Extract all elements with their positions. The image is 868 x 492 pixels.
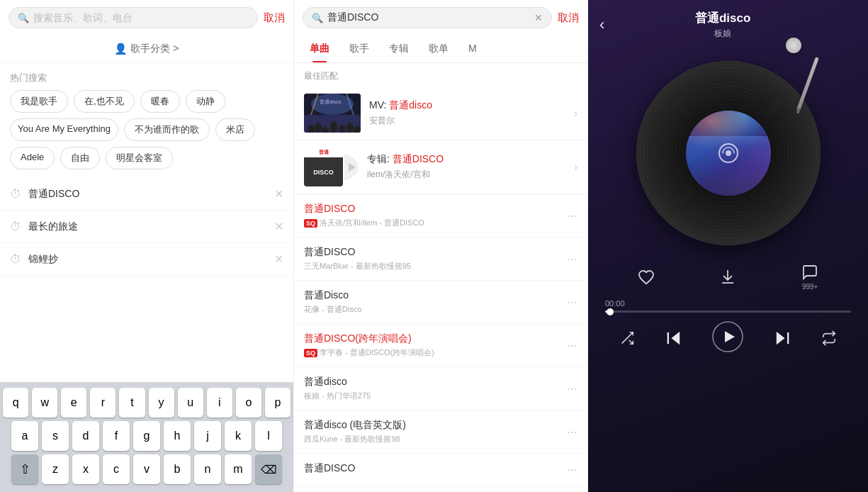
more-icon[interactable]: ··· (567, 338, 577, 353)
cancel-button-panel1[interactable]: 取消 (264, 11, 285, 25)
key-y[interactable]: y (149, 388, 174, 418)
hot-tag[interactable]: 自由 (60, 147, 100, 169)
hot-tag[interactable]: 暖春 (140, 90, 180, 113)
key-e[interactable]: e (61, 388, 86, 418)
more-icon[interactable]: ··· (567, 208, 577, 223)
key-shift[interactable]: ⇧ (11, 454, 38, 484)
hot-tag[interactable]: You Are My Everything (10, 118, 118, 141)
key-h[interactable]: h (164, 421, 191, 451)
tab-more[interactable]: M (458, 35, 487, 62)
key-n[interactable]: n (194, 454, 221, 484)
mv-result[interactable]: 普通disco MV: 普通disco 安普尔 › (294, 86, 587, 140)
mv-thumbnail: 普通disco (304, 94, 361, 133)
song-result[interactable]: 普通Disco 花像 - 普通Disco ··· (294, 281, 587, 324)
hot-tag[interactable]: 米店 (215, 118, 255, 141)
key-u[interactable]: u (178, 388, 203, 418)
song-result[interactable]: 普通disco (电音英文版) 西瓜Kune - 最新热歌慢摇98 ··· (294, 410, 587, 454)
history-item[interactable]: ⏱ 锦鲤抄 ✕ (0, 243, 293, 276)
key-a[interactable]: a (11, 421, 38, 451)
back-button[interactable]: ‹ (599, 16, 604, 34)
key-d[interactable]: d (72, 421, 99, 451)
download-button[interactable] (719, 269, 736, 286)
shuffle-button[interactable] (619, 330, 635, 350)
key-b[interactable]: b (164, 454, 191, 484)
tab-artist[interactable]: 歌手 (339, 35, 379, 62)
progress-dot[interactable] (607, 308, 614, 315)
clear-icon[interactable]: ✕ (534, 12, 543, 23)
repeat-button[interactable] (821, 330, 837, 350)
progress-bar-wrap: 00:00 (605, 299, 851, 313)
key-w[interactable]: w (32, 388, 57, 418)
comment-count: 999+ (802, 283, 818, 291)
song-result[interactable]: 普通disco 板娘 - 热门华语275 ··· (294, 367, 587, 410)
results-scroll[interactable]: 最佳匹配 (294, 63, 587, 492)
panel-search-suggestion: 🔍 取消 👤 歌手分类 > 热门搜索 我是歌手 在,也不见 暖春 动静 You … (0, 0, 294, 492)
artist-category-label[interactable]: 歌手分类 > (130, 43, 179, 55)
key-p[interactable]: p (265, 388, 291, 418)
key-j[interactable]: j (194, 421, 221, 451)
tab-playlist[interactable]: 歌单 (419, 35, 458, 62)
history-close-icon[interactable]: ✕ (274, 220, 283, 233)
key-t[interactable]: t (119, 388, 145, 418)
key-s[interactable]: s (42, 421, 69, 451)
mv-title-prefix: MV: (369, 99, 389, 111)
svg-marker-18 (671, 332, 680, 345)
cancel-button-panel2[interactable]: 取消 (558, 11, 579, 25)
key-x[interactable]: x (72, 454, 99, 484)
more-icon[interactable]: ··· (567, 295, 577, 310)
search-input-wrap-panel2[interactable]: 🔍 ✕ (303, 7, 552, 28)
hot-tag[interactable]: 动静 (186, 90, 225, 113)
key-c[interactable]: c (103, 454, 130, 484)
song-result[interactable]: 普通DISCO SQ 洛天依/宫和/ilem - 普通DISCO ··· (294, 194, 587, 237)
key-o[interactable]: o (236, 388, 261, 418)
album-result[interactable]: 普通 DISCO 专辑: 普通DISCO ilem/洛天依/宫和 › (294, 140, 587, 194)
more-icon[interactable]: ··· (567, 462, 577, 477)
more-icon[interactable]: ··· (567, 252, 577, 267)
key-m[interactable]: m (225, 454, 252, 484)
tab-album[interactable]: 专辑 (379, 35, 419, 62)
more-icon[interactable]: ··· (567, 381, 577, 396)
song-result[interactable]: 普通DISCO ··· (294, 454, 587, 486)
next-button[interactable] (772, 328, 792, 352)
song-info: 普通disco (电音英文版) 西瓜Kune - 最新热歌慢摇98 (304, 419, 561, 445)
song-result[interactable]: 普通DISCO 三无MarBlue - 最新热歌慢摇95 ··· (294, 237, 587, 281)
prev-button[interactable] (664, 328, 684, 352)
key-v[interactable]: v (133, 454, 160, 484)
like-button[interactable] (638, 269, 655, 286)
search-input-panel1[interactable] (33, 12, 249, 23)
hot-tag[interactable]: 不为谁而作的歌 (124, 118, 210, 141)
hot-tag[interactable]: 我是歌手 (10, 90, 68, 113)
artist-category[interactable]: 👤 歌手分类 > (0, 35, 293, 63)
search-input-wrap-panel1[interactable]: 🔍 (9, 7, 258, 28)
history-item[interactable]: ⏱ 普通DISCO ✕ (0, 178, 293, 211)
key-delete[interactable]: ⌫ (255, 454, 282, 484)
search-input-panel2[interactable] (327, 12, 530, 23)
key-k[interactable]: k (225, 421, 252, 451)
more-icon[interactable]: ··· (567, 425, 577, 440)
hot-tag[interactable]: 明星会客室 (106, 147, 173, 169)
play-pause-button[interactable] (712, 321, 743, 359)
history-close-icon[interactable]: ✕ (274, 187, 283, 201)
history-icon: ⏱ (10, 253, 21, 266)
key-r[interactable]: r (90, 388, 115, 418)
key-f[interactable]: f (103, 421, 130, 451)
tab-single[interactable]: 单曲 (300, 35, 339, 62)
svg-text:普通disco: 普通disco (320, 99, 341, 104)
controls-area: 999+ 00:00 (588, 264, 868, 367)
key-g[interactable]: g (133, 421, 160, 451)
comment-button[interactable]: 999+ (801, 264, 818, 291)
progress-track[interactable] (605, 311, 851, 313)
key-l[interactable]: l (255, 421, 282, 451)
key-i[interactable]: i (207, 388, 232, 418)
history-item[interactable]: ⏱ 最长的旅途 ✕ (0, 211, 293, 243)
song-result[interactable]: 普通DISCO(跨年演唱会) SQ 李宇春 - 普通DISCO(跨年演唱会) ·… (294, 324, 587, 367)
key-q[interactable]: q (3, 388, 28, 418)
song-title: 普通DISCO(跨年演唱会) (304, 332, 561, 345)
vinyl-center-image (686, 111, 771, 196)
key-z[interactable]: z (42, 454, 69, 484)
hot-tag[interactable]: 在,也不见 (74, 90, 135, 113)
hot-tag[interactable]: Adele (10, 147, 55, 169)
song-info: 普通Disco 花像 - 普通Disco (304, 289, 561, 315)
song-meta: 西瓜Kune - 最新热歌慢摇98 (304, 434, 561, 445)
history-close-icon[interactable]: ✕ (274, 252, 283, 266)
